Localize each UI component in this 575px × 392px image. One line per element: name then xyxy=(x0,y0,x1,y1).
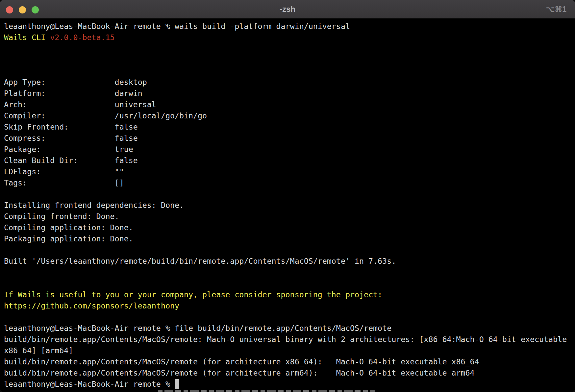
terminal-text-segment: Package: true xyxy=(4,145,133,154)
terminal-line: leaanthony@Leas-MacBook-Air remote % xyxy=(4,379,571,390)
terminal-line: leaanthony@Leas-MacBook-Air remote % wai… xyxy=(4,21,571,32)
terminal-line xyxy=(4,188,571,200)
terminal-screen[interactable]: leaanthony@Leas-MacBook-Air remote % wai… xyxy=(0,18,575,392)
terminal-text-segment: Packaging application: Done. xyxy=(4,234,133,243)
terminal-text-segment: https://github.com/sponsors/leaanthony xyxy=(4,301,179,310)
terminal-line: build/bin/remote.app/Contents/MacOS/remo… xyxy=(4,367,571,379)
terminal-line: Compiling application: Done. xyxy=(4,222,571,233)
terminal-line: App Type: desktop xyxy=(4,77,571,88)
terminal-line xyxy=(4,311,571,323)
terminal-line: Installing frontend dependencies: Done. xyxy=(4,200,571,211)
terminal-text-segment: Compiling application: Done. xyxy=(4,223,133,232)
titlebar[interactable]: -zsh ⌥⌘1 xyxy=(0,0,575,19)
terminal-line xyxy=(4,65,571,77)
terminal-text-segment: build/bin/remote.app/Contents/MacOS/remo… xyxy=(4,335,567,344)
terminal-line: Compress: false xyxy=(4,133,571,144)
terminal-line: Clean Build Dir: false xyxy=(4,155,571,166)
terminal-line xyxy=(4,43,571,54)
terminal-text-segment: Compiling frontend: Done. xyxy=(4,212,119,221)
terminal-text-segment: Compress: false xyxy=(4,134,138,142)
terminal-text-segment: build/bin/remote.app/Contents/MacOS/remo… xyxy=(4,368,475,377)
terminal-text-segment: Compiler: /usr/local/go/bin/go xyxy=(4,111,207,120)
terminal-line: Wails CLI v2.0.0-beta.15 xyxy=(4,32,571,43)
terminal-text-segment: Platform: darwin xyxy=(4,89,142,98)
terminal-text-segment: Built '/Users/leaanthony/remote/build/bi… xyxy=(4,257,396,265)
terminal-text-segment: build/bin/remote.app/Contents/MacOS/remo… xyxy=(4,357,479,366)
terminal-line: leaanthony@Leas-MacBook-Air remote % fil… xyxy=(4,323,571,334)
terminal-output: leaanthony@Leas-MacBook-Air remote % wai… xyxy=(4,21,571,390)
terminal-text-segment: Installing frontend dependencies: Done. xyxy=(4,201,184,209)
terminal-text-segment: App Type: desktop xyxy=(4,78,147,86)
terminal-line: Built '/Users/leaanthony/remote/build/bi… xyxy=(4,256,571,267)
clipped-text-fragment xyxy=(158,390,375,392)
terminal-text-segment: Skip Frontend: false xyxy=(4,122,138,131)
terminal-line: Tags: [] xyxy=(4,177,571,188)
terminal-line: Arch: universal xyxy=(4,99,571,110)
terminal-text-segment: leaanthony@Leas-MacBook-Air remote % wai… xyxy=(4,22,350,31)
terminal-text-segment: leaanthony@Leas-MacBook-Air remote % xyxy=(4,380,175,388)
window-title: -zsh xyxy=(0,0,575,18)
terminal-line: Skip Frontend: false xyxy=(4,121,571,133)
terminal-window: -zsh ⌥⌘1 leaanthony@Leas-MacBook-Air rem… xyxy=(0,0,575,392)
terminal-text-segment: LDFlags: "" xyxy=(4,167,124,176)
terminal-line: x86_64] [arm64] xyxy=(4,345,571,356)
terminal-line xyxy=(4,278,571,289)
terminal-line: Compiling frontend: Done. xyxy=(4,211,571,222)
terminal-text-segment: Clean Build Dir: false xyxy=(4,156,138,165)
terminal-text-segment: Arch: universal xyxy=(4,100,156,109)
terminal-line: If Wails is useful to you or your compan… xyxy=(4,289,571,300)
terminal-cursor[interactable] xyxy=(175,379,179,389)
terminal-line xyxy=(4,267,571,278)
terminal-text-segment: If Wails is useful to you or your compan… xyxy=(4,290,382,299)
terminal-line xyxy=(4,54,571,65)
tab-shortcut-badge: ⌥⌘1 xyxy=(546,0,566,18)
terminal-line: Package: true xyxy=(4,144,571,155)
terminal-text-segment: Tags: [] xyxy=(4,178,124,187)
terminal-line: Compiler: /usr/local/go/bin/go xyxy=(4,110,571,121)
terminal-text-segment: Wails CLI xyxy=(4,33,50,42)
terminal-line: build/bin/remote.app/Contents/MacOS/remo… xyxy=(4,356,571,367)
terminal-line xyxy=(4,244,571,256)
terminal-text-segment: v2.0.0-beta.15 xyxy=(50,33,114,42)
terminal-line: https://github.com/sponsors/leaanthony xyxy=(4,300,571,311)
terminal-text-segment: x86_64] [arm64] xyxy=(4,346,73,355)
terminal-line: LDFlags: "" xyxy=(4,166,571,177)
terminal-line: build/bin/remote.app/Contents/MacOS/remo… xyxy=(4,334,571,345)
terminal-line: Platform: darwin xyxy=(4,88,571,99)
terminal-line: Packaging application: Done. xyxy=(4,233,571,244)
terminal-text-segment: leaanthony@Leas-MacBook-Air remote % fil… xyxy=(4,324,391,332)
